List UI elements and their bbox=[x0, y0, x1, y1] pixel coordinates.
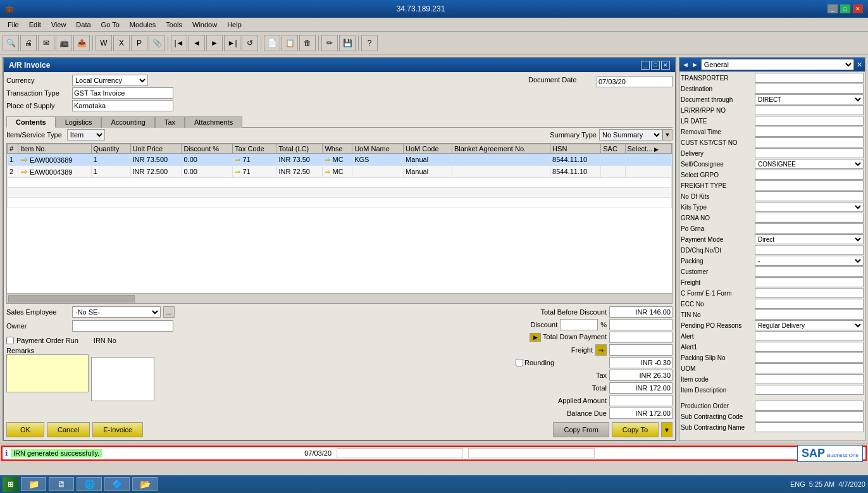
remarks-textarea[interactable] bbox=[6, 354, 89, 392]
right-packing-slip-input[interactable] bbox=[755, 353, 864, 363]
item-service-select[interactable]: Item bbox=[67, 129, 105, 140]
table-row[interactable]: 2 ⇒ EAW0004389 1 INR 72.500 0.00 ⇒ bbox=[8, 166, 672, 178]
toolbar-next[interactable]: ► bbox=[206, 35, 223, 51]
invoice-minimize[interactable]: _ bbox=[641, 61, 650, 70]
menu-view[interactable]: View bbox=[46, 20, 71, 30]
cancel-button[interactable]: Cancel bbox=[47, 422, 90, 437]
menu-help[interactable]: Help bbox=[222, 20, 247, 30]
right-item-desc-input[interactable] bbox=[755, 385, 864, 395]
tab-attachments[interactable]: Attachments bbox=[185, 116, 242, 128]
freight-value[interactable] bbox=[609, 344, 673, 356]
right-alert1-input[interactable] bbox=[755, 342, 864, 352]
menu-data[interactable]: Data bbox=[71, 20, 96, 30]
right-payment-mode-select[interactable]: Direct bbox=[755, 234, 864, 244]
right-ecc-input[interactable] bbox=[755, 299, 864, 309]
right-lr-input[interactable] bbox=[755, 105, 864, 115]
right-prod-order-input[interactable] bbox=[755, 401, 864, 411]
right-kits-type-select[interactable] bbox=[755, 202, 864, 212]
table-row[interactable] bbox=[8, 188, 672, 198]
panel-nav-next[interactable]: ► bbox=[691, 61, 698, 68]
right-freight-type-input[interactable] bbox=[755, 180, 864, 190]
owner-input[interactable] bbox=[72, 320, 173, 332]
taskbar-app-vscode[interactable]: 🔷 bbox=[104, 477, 130, 491]
right-sub-name-input[interactable] bbox=[755, 422, 864, 432]
toolbar-delete[interactable]: 🗑 bbox=[299, 35, 316, 51]
toolbar-refresh[interactable]: ↺ bbox=[242, 35, 258, 51]
panel-nav-prev[interactable]: ◄ bbox=[682, 61, 689, 68]
toolbar-new[interactable]: 📄 bbox=[264, 35, 280, 51]
right-sub-code-input[interactable] bbox=[755, 411, 864, 421]
tab-contents[interactable]: Contents bbox=[6, 116, 56, 128]
right-self-consignee-select[interactable]: CONSIGNEE bbox=[755, 159, 864, 169]
toolbar-excel[interactable]: X bbox=[113, 35, 130, 51]
taskbar-app-explorer[interactable]: 📁 bbox=[21, 477, 46, 491]
invoice-restore[interactable]: □ bbox=[651, 61, 660, 70]
right-uom-input[interactable] bbox=[755, 363, 864, 373]
right-tin-input[interactable] bbox=[755, 309, 864, 320]
panel-view-select[interactable]: General bbox=[701, 59, 854, 70]
tab-tax[interactable]: Tax bbox=[155, 116, 185, 128]
right-cform-input[interactable] bbox=[755, 288, 864, 298]
right-alert-input[interactable] bbox=[755, 331, 864, 341]
right-item-code-input[interactable] bbox=[755, 374, 864, 384]
irn-textarea[interactable] bbox=[91, 357, 154, 401]
toolbar-attach[interactable]: 📎 bbox=[149, 35, 165, 51]
right-freight-input[interactable] bbox=[755, 277, 864, 287]
minimize-button[interactable]: _ bbox=[828, 4, 838, 13]
table-row[interactable] bbox=[8, 198, 672, 208]
right-transporter-input[interactable] bbox=[755, 73, 864, 83]
right-removal-time-input[interactable] bbox=[755, 127, 864, 137]
right-lr-date-input[interactable] bbox=[755, 116, 864, 126]
toolbar-help[interactable]: ? bbox=[361, 35, 378, 51]
toolbar-fax[interactable]: 📠 bbox=[56, 35, 72, 51]
discount-input[interactable] bbox=[560, 319, 598, 330]
doc-date-input[interactable] bbox=[597, 76, 673, 87]
panel-close-btn[interactable]: ✕ bbox=[857, 61, 862, 69]
table-scrollbar-h[interactable] bbox=[7, 293, 672, 303]
right-cust-kst-input[interactable] bbox=[755, 137, 864, 147]
right-customer-input[interactable] bbox=[755, 266, 864, 277]
right-doc-through-select[interactable]: DIRECT bbox=[755, 94, 864, 104]
toolbar-export[interactable]: 📤 bbox=[73, 35, 90, 51]
menu-modules[interactable]: Modules bbox=[125, 20, 161, 30]
right-no-of-kits-input[interactable] bbox=[755, 191, 864, 201]
toolbar-last[interactable]: ►| bbox=[224, 35, 240, 51]
payment-order-run-checkbox[interactable] bbox=[6, 337, 14, 344]
down-payment-value[interactable] bbox=[609, 332, 673, 343]
tab-accounting[interactable]: Accounting bbox=[101, 116, 154, 128]
right-delivery-input[interactable] bbox=[755, 148, 864, 158]
table-row[interactable] bbox=[8, 178, 672, 188]
taskbar-app-monitor[interactable]: 🖥 bbox=[49, 477, 74, 491]
summary-dropdown-btn[interactable]: ▼ bbox=[662, 129, 673, 140]
toolbar-word[interactable]: W bbox=[96, 35, 112, 51]
sales-employee-info[interactable]: … bbox=[163, 306, 175, 318]
copy-to-button[interactable]: Copy To bbox=[612, 422, 659, 437]
freight-btn[interactable]: ⇒ bbox=[595, 344, 607, 356]
right-grpo-input[interactable] bbox=[755, 170, 864, 180]
toolbar-prev[interactable]: ◄ bbox=[189, 35, 205, 51]
menu-window[interactable]: Window bbox=[187, 20, 222, 30]
tab-logistics[interactable]: Logistics bbox=[56, 116, 102, 128]
summary-type-select[interactable]: No Summary bbox=[599, 129, 662, 140]
right-grna-input[interactable] bbox=[755, 213, 864, 223]
right-packing-select[interactable]: - bbox=[755, 256, 864, 266]
down-payment-btn[interactable]: ▶ bbox=[530, 333, 541, 342]
toolbar-duplicate[interactable]: 📋 bbox=[282, 35, 298, 51]
toolbar-save[interactable]: 💾 bbox=[339, 35, 356, 51]
right-po-grna-input[interactable] bbox=[755, 223, 864, 234]
transaction-type-input[interactable] bbox=[72, 87, 173, 99]
applied-amount-value[interactable] bbox=[609, 395, 673, 406]
menu-goto[interactable]: Go To bbox=[96, 20, 125, 30]
right-pending-po-select[interactable]: Regular Delivery bbox=[755, 320, 864, 330]
copy-to-dropdown[interactable]: ▼ bbox=[661, 422, 673, 437]
place-of-supply-input[interactable] bbox=[72, 100, 173, 111]
start-button[interactable]: ⊞ bbox=[3, 477, 18, 492]
menu-tools[interactable]: Tools bbox=[161, 20, 187, 30]
sales-employee-select[interactable]: -No SE- bbox=[72, 306, 161, 318]
taskbar-app-chrome[interactable]: 🌐 bbox=[77, 477, 102, 491]
right-destination-input[interactable] bbox=[755, 84, 864, 94]
toolbar-search[interactable]: 🔍 bbox=[3, 35, 19, 51]
maximize-button[interactable]: □ bbox=[840, 4, 850, 13]
close-button[interactable]: ✕ bbox=[853, 4, 863, 13]
rounding-checkbox[interactable] bbox=[516, 359, 523, 366]
